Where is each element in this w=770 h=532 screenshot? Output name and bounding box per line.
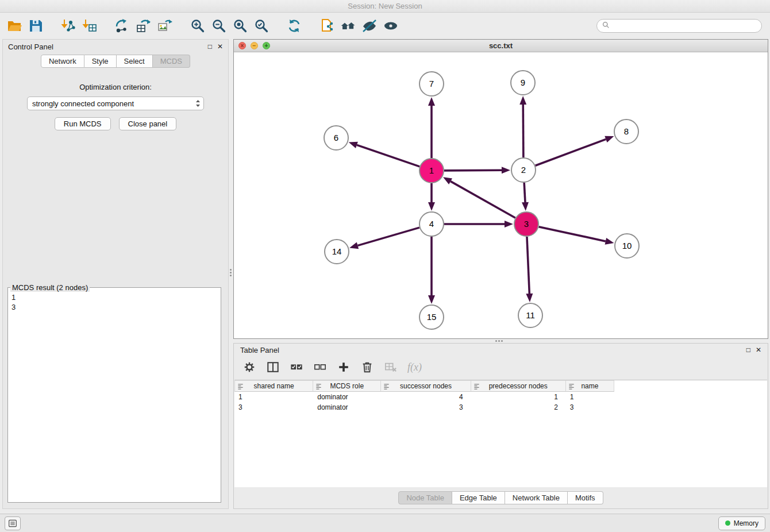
graph-node-10[interactable]: 10 [615, 234, 639, 258]
svg-text:1: 1 [429, 165, 434, 175]
tab-select[interactable]: Select [117, 55, 153, 68]
minimize-window-icon[interactable]: − [251, 42, 258, 49]
graph-node-7[interactable]: 7 [419, 72, 444, 96]
split-panel-icon [267, 361, 279, 373]
graph-edge-2-9[interactable] [519, 96, 526, 157]
vertical-splitter-handle[interactable] [230, 269, 232, 271]
export-image-button[interactable] [156, 17, 174, 34]
memory-button[interactable]: Memory [718, 516, 765, 530]
sort-icon [473, 383, 480, 391]
import-network-button[interactable] [60, 17, 77, 34]
optimization-criterion-label: Optimization criterion: [3, 83, 228, 91]
graph-node-3[interactable]: 3 [514, 212, 538, 236]
graph-edge-1-4[interactable] [428, 183, 435, 211]
open-session-icon [7, 18, 22, 33]
eye-visibility-icon [383, 18, 398, 33]
tab-edge-table[interactable]: Edge Table [452, 491, 505, 504]
tab-mcds[interactable]: MCDS [153, 55, 190, 68]
close-panel-button[interactable]: Close panel [119, 117, 177, 130]
zoom-selected-button[interactable] [253, 17, 270, 34]
import-table-button[interactable] [81, 17, 98, 34]
column-header-name[interactable]: name [566, 380, 614, 392]
column-header-successor-nodes[interactable]: successor nodes [381, 380, 471, 392]
zoom-in-button[interactable] [189, 17, 206, 34]
tab-style[interactable]: Style [84, 55, 117, 68]
graph-edge-4-14[interactable] [349, 228, 419, 249]
run-mcds-button[interactable]: Run MCDS [55, 117, 111, 130]
zoom-window-icon[interactable]: + [263, 42, 270, 49]
deselect-all-rows-button[interactable] [313, 360, 327, 374]
eye-visibility-button[interactable] [382, 17, 399, 34]
table-panel-tabs: Node TableEdge TableNetwork TableMotifs [234, 491, 768, 504]
refresh-view-button[interactable] [286, 17, 303, 34]
search-box[interactable] [596, 19, 762, 33]
share-document-button[interactable] [318, 17, 336, 34]
zoom-fit-button[interactable] [232, 17, 249, 34]
graph-node-8[interactable]: 8 [614, 119, 638, 144]
new-network-button[interactable] [114, 17, 131, 34]
network-window: × − + scc.txt 7968124314101511 [233, 39, 768, 339]
mcds-result-list: 13 [8, 292, 221, 313]
float-table-panel-icon[interactable]: □ [746, 346, 750, 353]
svg-text:10: 10 [622, 241, 632, 250]
graph-node-14[interactable]: 14 [325, 240, 349, 264]
horizontal-splitter-handle[interactable] [495, 340, 497, 342]
graph-node-6[interactable]: 6 [324, 126, 348, 150]
svg-text:11: 11 [526, 310, 535, 320]
split-panel-button[interactable] [266, 360, 280, 374]
function-builder-icon[interactable]: f(x) [407, 361, 422, 373]
table-panel-title: Table Panel [240, 346, 279, 354]
graph-edge-1-2[interactable] [444, 167, 510, 174]
column-header-predecessor-nodes[interactable]: predecessor nodes [471, 380, 566, 392]
task-history-button[interactable] [5, 516, 21, 530]
graph-node-2[interactable]: 2 [511, 158, 536, 182]
network-window-titlebar[interactable]: × − + scc.txt [234, 40, 768, 52]
tab-network[interactable]: Network [41, 55, 84, 68]
delete-table-button[interactable] [384, 360, 398, 374]
graphics-details-button[interactable] [361, 17, 378, 34]
column-header-MCDS-role[interactable]: MCDS role [313, 380, 381, 392]
new-network-icon [115, 18, 130, 33]
mcds-result-line: 1 [11, 292, 217, 302]
memory-label: Memory [734, 519, 759, 527]
save-session-button[interactable] [27, 17, 44, 34]
graph-edge-1-6[interactable] [349, 142, 419, 167]
graph-edge-3-1[interactable] [443, 177, 515, 218]
close-panel-icon[interactable]: ✕ [217, 43, 223, 50]
graph-node-9[interactable]: 9 [511, 71, 535, 95]
zoom-out-button[interactable] [210, 17, 228, 34]
criterion-dropdown[interactable]: strongly connected component [27, 97, 204, 110]
graph-edge-4-3[interactable] [444, 221, 513, 228]
search-input[interactable] [613, 21, 756, 31]
graph-node-4[interactable]: 4 [419, 212, 444, 236]
tab-node-table[interactable]: Node Table [398, 491, 452, 504]
tab-network-table[interactable]: Network Table [505, 491, 568, 504]
float-panel-icon[interactable]: □ [208, 43, 212, 50]
clone-network-button[interactable] [135, 17, 152, 34]
network-canvas[interactable]: 7968124314101511 [234, 52, 768, 338]
graph-edge-1-7[interactable] [428, 97, 435, 158]
table-row[interactable]: 3dominator323 [234, 402, 614, 413]
graph-node-11[interactable]: 11 [518, 303, 542, 327]
graph-edge-3-10[interactable] [538, 227, 614, 245]
table-cell: 2 [471, 402, 566, 413]
memory-status-dot [725, 521, 730, 526]
delete-column-button[interactable] [360, 360, 374, 374]
graph-edge-2-8[interactable] [536, 136, 614, 166]
tab-motifs[interactable]: Motifs [568, 491, 603, 504]
add-column-button[interactable] [337, 360, 351, 374]
table-row[interactable]: 1dominator411 [234, 392, 614, 402]
close-window-icon[interactable]: × [238, 42, 246, 49]
graph-node-15[interactable]: 15 [419, 305, 444, 329]
graph-edge-2-3[interactable] [522, 183, 529, 211]
graph-edge-4-15[interactable] [428, 237, 435, 304]
graph-edge-3-11[interactable] [526, 237, 533, 302]
select-all-rows-button[interactable] [290, 360, 303, 374]
open-session-button[interactable] [6, 17, 23, 34]
table-settings-button[interactable] [242, 360, 256, 374]
save-session-icon [28, 18, 43, 33]
graph-node-1[interactable]: 1 [419, 159, 444, 183]
home-view-button[interactable] [340, 17, 357, 34]
close-table-panel-icon[interactable]: ✕ [756, 346, 761, 353]
column-header-shared-name[interactable]: shared name [234, 380, 313, 392]
